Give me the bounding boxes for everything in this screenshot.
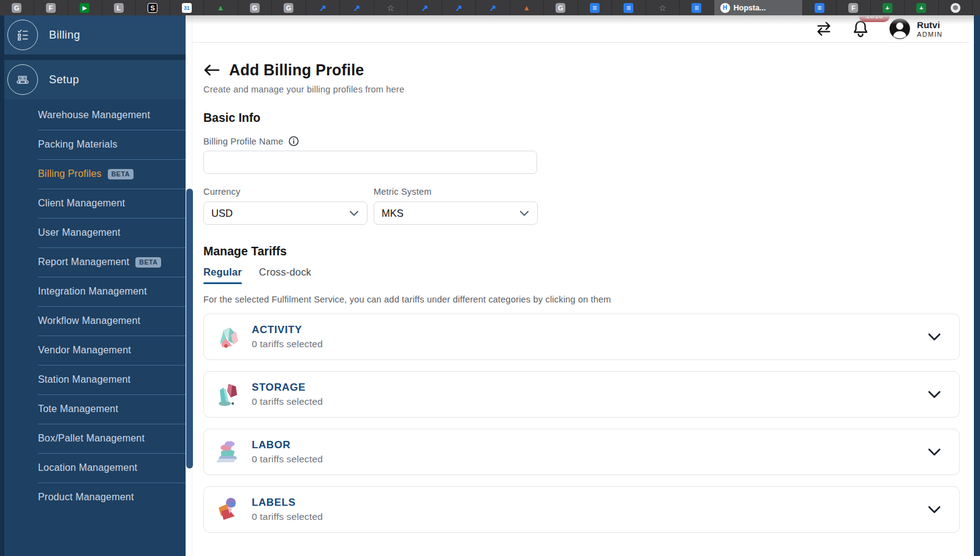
tab-regular[interactable]: Regular [203,266,242,284]
sidebar-menu: Warehouse Management Packing Materials B… [0,100,186,512]
sidebar-item-integration-management[interactable]: Integration Management [0,277,186,306]
browser-tab[interactable]: L [102,0,137,15]
browser-tab-strip: G F ▶ L S 31 ▲ G [0,0,980,15]
browser-tab[interactable]: ▲ [510,0,545,15]
browser-tab[interactable]: ↗ [340,0,374,15]
user-menu[interactable]: Rutvi ADMIN [888,17,943,40]
browser-tab[interactable]: G [272,0,306,15]
sidebar-section-label: Billing [49,29,80,42]
tab-favicon: F [46,3,56,13]
category-status: 0 tariffs selected [252,511,323,522]
sidebar-item-packing-materials[interactable]: Packing Materials [0,130,186,159]
browser-tab[interactable]: F [837,0,871,15]
tab-favicon: + [883,3,892,13]
browser-tab[interactable]: + [905,0,939,15]
page-title: Add Billing Profile [229,61,364,79]
sidebar-item-user-management[interactable]: User Management [0,218,186,247]
page-subtitle: Create and manage your billing profiles … [203,85,970,94]
tariff-category-storage[interactable]: STORAGE 0 tariffs selected [203,371,960,418]
page-content: Add Billing Profile Create and manage yo… [192,43,970,556]
user-name: Rutvi [917,20,943,30]
sidebar-item-workflow-management[interactable]: Workflow Management [0,306,186,336]
browser-tab[interactable]: ≡ [803,0,837,15]
sidebar-item-box-pallet-management[interactable]: Box/Pallet Management [0,424,186,453]
tab-favicon: ☆ [658,3,668,13]
tariff-category-labor[interactable]: LABOR 0 tariffs selected [203,429,960,475]
main-panel: 1010 Rutvi ADMIN Add Billing Profile Cre… [192,15,970,556]
browser-tab[interactable]: G [238,0,273,15]
tab-favicon: ↗ [420,3,429,13]
sidebar-item-tote-management[interactable]: Tote Management [0,394,186,424]
sidebar-item-station-management[interactable]: Station Management [0,365,186,394]
metric-system-value: MKS [382,208,404,219]
browser-tab[interactable]: ▲ [204,0,238,15]
sidebar-item-location-management[interactable]: Location Management [0,453,186,483]
category-title: ACTIVITY [252,324,323,336]
sidebar-section-billing[interactable]: Billing [0,15,186,54]
browser-tab[interactable]: H Hopsta... [714,0,803,15]
currency-select[interactable]: USD [203,201,368,225]
browser-tab[interactable]: ↗ [442,0,477,15]
browser-tab[interactable]: + [871,0,905,15]
storage-icon [214,380,242,408]
page-right-edge [974,15,980,556]
tab-favicon: ≡ [624,3,633,13]
tab-favicon: ▲ [522,3,532,13]
sidebar-section-setup[interactable]: Setup [0,60,186,99]
browser-tab[interactable]: ☆ [646,0,680,15]
browser-tab[interactable]: ↗ [476,0,510,15]
browser-tab[interactable]: S [136,0,170,15]
notifications-bell-icon[interactable]: 1010 [851,19,870,39]
tab-favicon: L [114,3,124,13]
category-status: 0 tariffs selected [252,396,323,407]
browser-tab[interactable]: ☆ [374,0,409,15]
tab-favicon: ↗ [352,3,361,13]
sidebar-item-client-management[interactable]: Client Management [0,189,186,218]
tab-favicon: H [720,3,730,13]
avatar-icon [888,17,911,40]
tab-favicon: ↗ [318,3,328,13]
activity-icon [214,323,242,351]
sidebar-item-report-management[interactable]: Report ManagementBETA [0,247,186,277]
tariff-category-labels[interactable]: LABELS 0 tariffs selected [203,486,960,533]
tab-favicon: G [250,3,260,13]
labels-icon [214,495,242,524]
tab-title: Hopsta... [734,4,766,12]
metric-system-label: Metric System [374,187,538,197]
browser-tab[interactable]: ≡ [578,0,612,15]
sidebar-item-product-management[interactable]: Product Management [0,483,186,512]
tab-favicon: ≡ [692,3,701,13]
info-icon[interactable] [288,136,299,146]
sidebar-section-label: Setup [49,73,79,86]
switch-warehouse-icon[interactable] [815,20,833,37]
sidebar-scrollbar[interactable] [186,189,193,468]
metric-system-select[interactable]: MKS [374,201,538,225]
sidebar-item-billing-profiles[interactable]: Billing ProfilesBETA [0,159,186,189]
manage-tariffs-heading: Manage Tariffs [203,244,970,258]
browser-tab[interactable]: 31 [170,0,205,15]
browser-tab[interactable]: G [544,0,578,15]
browser-tab[interactable]: ⊛ [939,0,973,15]
billing-checklist-icon [7,20,38,50]
tariff-category-activity[interactable]: ACTIVITY 0 tariffs selected [203,314,960,360]
tab-favicon: ≡ [590,3,600,13]
browser-tab[interactable]: F [34,0,69,15]
browser-tab[interactable]: G [0,0,34,15]
browser-tab[interactable]: ↗ [408,0,442,15]
browser-tab[interactable]: ↗ [306,0,341,15]
browser-tab[interactable]: ≡ [680,0,714,15]
category-title: LABOR [252,439,323,451]
billing-profile-name-input[interactable] [203,151,537,174]
browser-tab[interactable]: ≡ [612,0,646,15]
tab-favicon: ▶ [80,3,89,13]
category-title: LABELS [252,497,323,509]
browser-tab[interactable]: ▶ [68,0,102,15]
tab-cross-dock[interactable]: Cross-dock [259,266,311,284]
tariffs-description: For the selected Fulfilment Service, you… [203,295,970,304]
chevron-down-icon [928,333,941,341]
back-arrow-button[interactable] [203,64,220,77]
setup-conveyor-icon [7,64,38,95]
sidebar-item-warehouse-management[interactable]: Warehouse Management [0,100,186,130]
sidebar-item-vendor-management[interactable]: Vendor Management [0,336,186,365]
labor-icon [214,438,242,466]
